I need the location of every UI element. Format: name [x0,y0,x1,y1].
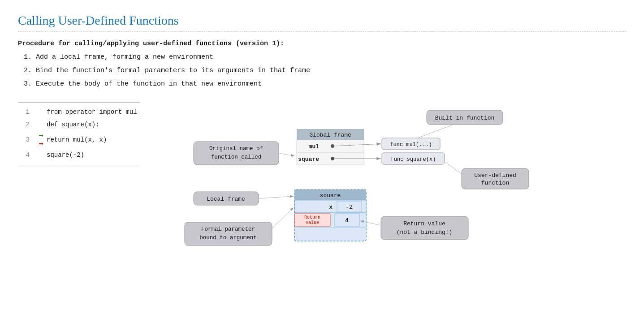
procedure-heading: Procedure for calling/applying user-defi… [18,40,626,47]
code-text-3: return mul(x, x) [47,135,107,146]
red-arrow-icon: ➡ [39,140,44,148]
return-callout-box [381,216,468,240]
formal-param-text2: bound to argument [199,235,257,241]
builtin-callout-line [418,125,454,138]
code-line-4: 4 square(-2) [18,149,140,162]
builtin-callout-text: Built-in function [435,115,494,121]
return-text1: Return [304,215,320,220]
procedure-step-2: Bind the function's formal parameters to… [36,65,626,76]
procedure-step-3: Execute the body of the function in that… [36,79,626,90]
original-name-text1: Original name of [209,146,263,152]
func-square-label: func square(x) [390,156,436,163]
return-value: 4 [345,217,349,224]
return-callout-text2: (not a binding!) [396,229,452,236]
userdefined-callout-line [445,162,462,175]
return-callout-text1: Return value [403,220,445,227]
x-label: x [329,204,333,211]
return-text2: value [306,220,319,225]
square-binding-name: square [298,156,319,163]
line-num-2: 2 [21,120,30,130]
square-dot [331,157,334,160]
green-arrow-icon: ➡ [39,132,44,140]
original-name-line [279,153,294,156]
userdefined-callout-text2: function [481,180,509,186]
code-text-1: from operator import mul [47,107,137,118]
page-title: Calling User-Defined Functions [18,13,626,32]
procedure-section: Procedure for calling/applying user-defi… [18,40,626,90]
line-num-4: 4 [21,150,30,161]
diagram-area: 1 from operator import mul 2 def square(… [18,102,626,283]
mul-dot [331,144,334,148]
global-frame-label: Global frame [309,132,351,138]
code-text-4: square(-2) [47,150,84,161]
diagram-svg: Global frame mul square func mul(...) fu… [167,102,548,281]
local-frame-name: square [320,192,341,199]
line-num-3: 3 [21,135,30,146]
line-num-1: 1 [21,107,30,118]
formal-param-callout-box [185,222,272,245]
code-line-3: 3 ➡ ➡ return mul(x, x) [18,131,140,149]
diagram-svg-container: Global frame mul square func mul(...) fu… [167,102,626,283]
code-block: 1 from operator import mul 2 def square(… [18,102,140,165]
original-name-text2: function called [211,154,261,160]
x-value: -2 [346,204,353,211]
local-frame-callout-text: Local frame [207,196,245,202]
func-mul-label: func mul(...) [390,142,432,148]
original-name-callout-box [194,142,279,165]
mul-binding-name: mul [308,143,319,150]
arrow-3: ➡ ➡ [36,132,47,148]
procedure-step-1: Add a local frame, forming a new environ… [36,52,626,63]
code-line-2: 2 def square(x): [18,119,140,131]
formal-param-text1: Formal parameter [201,226,255,233]
formal-param-line [272,207,294,228]
code-text-2: def square(x): [47,120,99,130]
local-frame-callout-line [259,196,294,198]
procedure-list: Add a local frame, forming a new environ… [36,52,626,90]
mul-row-bg [297,140,364,152]
code-line-1: 1 from operator import mul [18,106,140,119]
userdefined-callout-text1: User-defined [474,172,516,179]
